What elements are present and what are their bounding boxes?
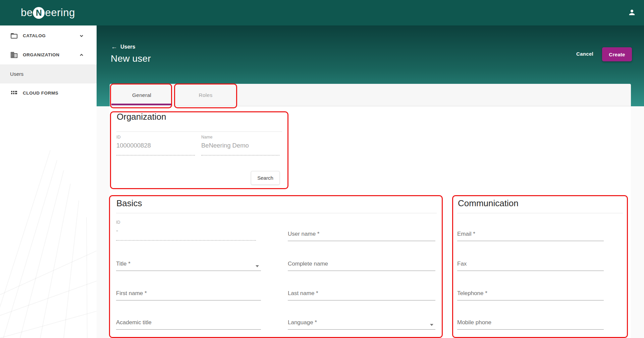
tab-bar: General Roles [110, 84, 631, 106]
communication-section-title: Communication [458, 198, 519, 209]
tab-general[interactable]: General [111, 84, 172, 106]
field-label: Title * [116, 261, 261, 267]
folder-icon [10, 32, 18, 40]
field-label: Language * [288, 319, 435, 326]
field-label: Fax [457, 261, 604, 267]
person-icon [627, 8, 637, 18]
email-field[interactable]: Email * [457, 231, 604, 241]
field-value: BeNeering Demo [201, 142, 279, 149]
app-bar: beNeering [0, 0, 644, 25]
organization-section-title: Organization [117, 112, 166, 122]
account-button[interactable] [626, 7, 638, 19]
divider [457, 213, 623, 213]
sidebar: CATALOG ORGANIZATION Users CLOUD FORMS [0, 25, 97, 338]
basics-section-title: Basics [116, 198, 142, 209]
organization-name-field: Name BeNeering Demo [201, 135, 279, 156]
field-label: User name * [288, 231, 435, 237]
dropdown-caret-icon [256, 265, 259, 267]
building-watermark-image [0, 130, 97, 338]
fax-field[interactable]: Fax [457, 261, 604, 271]
mobile-phone-field[interactable]: Mobile phone [457, 319, 604, 330]
complete-name-field[interactable]: Complete name [288, 261, 435, 271]
building-icon [10, 51, 18, 59]
logo-text-suffix: eering [45, 7, 75, 19]
telephone-field[interactable]: Telephone * [457, 290, 604, 300]
user-name-field[interactable]: User name * [288, 231, 435, 241]
field-value: 1000000828 [116, 142, 195, 149]
field-label: Last name * [288, 290, 435, 297]
active-tab-indicator [111, 104, 172, 105]
page-title: New user [111, 53, 151, 64]
first-name-field[interactable]: First name * [116, 290, 261, 300]
form-content: Organization ID 1000000828 Name BeNeerin… [110, 106, 631, 338]
sidebar-item-label: Users [10, 71, 84, 77]
cancel-button[interactable]: Cancel [574, 49, 596, 59]
field-label: Complete name [288, 261, 435, 267]
breadcrumb-back[interactable]: ← Users [111, 44, 135, 50]
field-label: First name * [116, 290, 261, 297]
basics-id-field: ID - [116, 220, 256, 241]
beneering-logo: beNeering [21, 0, 75, 25]
field-label: Mobile phone [457, 319, 604, 326]
tab-roles[interactable]: Roles [174, 84, 237, 106]
sidebar-item-users[interactable]: Users [0, 64, 97, 83]
field-label: Email * [457, 231, 604, 237]
sidebar-item-organization[interactable]: ORGANIZATION [0, 45, 97, 64]
field-label: Telephone * [457, 290, 604, 297]
organization-id-field: ID 1000000828 [116, 135, 195, 156]
search-button[interactable]: Search [251, 171, 280, 185]
divider [116, 213, 437, 213]
breadcrumb-label: Users [120, 44, 135, 50]
chevron-down-icon [79, 34, 84, 38]
sidebar-item-label: CATALOG [23, 33, 79, 38]
back-arrow-icon: ← [111, 44, 117, 50]
last-name-field[interactable]: Last name * [288, 290, 435, 300]
logo-n-icon: N [33, 7, 45, 19]
create-button[interactable]: Create [602, 47, 632, 61]
field-label: Name [201, 135, 279, 139]
sidebar-item-cloud-forms[interactable]: CLOUD FORMS [0, 83, 97, 103]
logo-text-prefix: be [21, 7, 33, 19]
sidebar-item-label: CLOUD FORMS [23, 91, 84, 96]
field-label: ID [116, 220, 256, 225]
divider [116, 131, 282, 132]
sidebar-item-catalog[interactable]: CATALOG [0, 26, 97, 45]
language-select-field[interactable]: Language * [288, 319, 435, 330]
field-value: - [116, 227, 256, 234]
title-select-field[interactable]: Title * [116, 261, 261, 271]
grid-icon [10, 89, 18, 97]
academic-title-field[interactable]: Academic title [116, 319, 261, 330]
field-label: ID [116, 135, 195, 139]
sidebar-item-label: ORGANIZATION [23, 52, 79, 57]
chevron-up-icon [79, 53, 84, 57]
field-label: Academic title [116, 319, 261, 326]
dropdown-caret-icon [430, 324, 433, 326]
